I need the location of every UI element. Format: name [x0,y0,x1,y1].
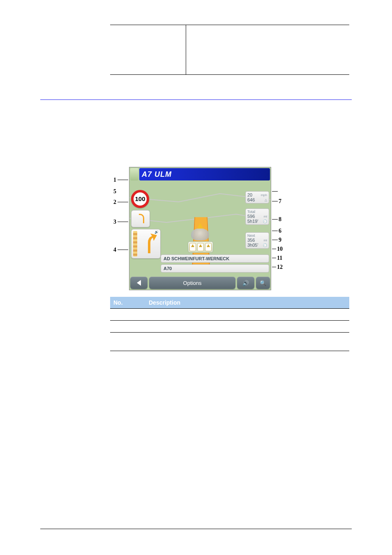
callout-5: 5 [113,188,116,195]
nav-screenshot: A7 ULM 100 🔊 [129,167,271,290]
callout-11: 11 [277,255,282,261]
footer-right: - 37 - [339,532,352,538]
altitude-value: 646 [247,197,255,202]
lane-arrow-icon [205,243,212,251]
table-row: 2 The current speed limit is shown here. [110,321,349,333]
callout-1: 1 [113,177,116,183]
lane-arrow-icon [197,243,204,251]
speed-limit-sign[interactable]: 100 [131,190,149,208]
body-paragraph-2: The map opens in Navigation mode. [40,143,352,152]
lane-assist-panel[interactable] [188,241,213,253]
table-row: 3 The maneuver after next is shown in th… [110,333,349,351]
next-maneuver-button[interactable]: 🔊 [131,229,161,259]
callout-6: 6 [279,228,281,234]
callout-12: 12 [277,264,283,271]
bottom-bar: Options 🔊 🔍 [130,277,270,289]
total-distance: 596 [247,214,255,219]
total-info-box[interactable]: Total 596mi 5h19'🕘 [245,208,269,225]
clock-icon: 🕘 [263,220,267,223]
search-button[interactable]: 🔍 [256,277,270,289]
cell-left: Destination [113,28,183,34]
callout-3: 3 [113,219,116,225]
current-road-bar[interactable]: A70 [161,264,269,273]
back-icon [137,280,141,286]
direction-title[interactable]: A7 ULM [139,168,270,180]
footer-left: Working with the map [40,532,92,538]
callout-9: 9 [279,237,281,243]
callout-4: 4 [113,247,116,253]
screenshot-figure: 1 2 3 4 5 7 8 6 9 10 11 12 A7 ULM [113,167,288,290]
legend-head-desc: Description [145,297,349,309]
volume-button[interactable]: 🔊 [237,277,254,289]
body-paragraph-1: After the route was displayed in Preview… [40,131,352,139]
callout-2: 2 [113,199,116,206]
next-street-bar[interactable]: AD SCHWEINFURT-WERNECK [161,254,269,263]
after-next-maneuver-button[interactable] [131,210,150,227]
total-label: Total [247,210,267,214]
next-label: Next [247,234,267,238]
section-heading: 5.2 Navigation in Vehicle mode [40,116,352,127]
next-time: 3h05' [247,243,258,247]
callout-8: 8 [279,216,281,223]
speed-altitude-box[interactable]: 20mph 646△ [245,191,269,204]
sound-wave-icon: 🔊 [154,230,159,234]
next-info-box[interactable]: Next 356mi 3h05'🕘 [245,232,269,249]
volume-icon: 🔊 [242,280,249,286]
lane-arrow-icon [189,243,196,251]
magnifier-icon: 🔍 [260,280,266,286]
callout-7: 7 [279,198,281,205]
back-button[interactable] [130,277,148,289]
legend-head-no: No. [110,297,145,309]
table-row: 1 The current direction of travel is sho… [110,309,349,321]
cell-right: Opens the DESTINATION window. There you … [190,28,346,42]
options-button[interactable]: Options [149,277,235,289]
column-divider [186,25,186,74]
altitude-icon: △ [265,198,267,202]
clock-icon: 🕘 [263,243,267,247]
distance-scale-icon [133,231,137,257]
callout-10: 10 [277,246,283,252]
section-rule [40,99,352,100]
page-footer: Working with the map - 37 - [40,529,352,538]
options-table: Destination Opens the DESTINATION window… [110,25,349,75]
legend-table: No. Description 1 The current direction … [110,297,349,351]
total-time: 5h19' [247,219,258,224]
turn-arrow-icon [141,234,157,254]
speed-value: 20 [247,192,252,197]
gps-bars-icon[interactable] [130,168,138,180]
next-distance: 356 [247,238,255,243]
vehicle-marker-icon [191,228,209,240]
